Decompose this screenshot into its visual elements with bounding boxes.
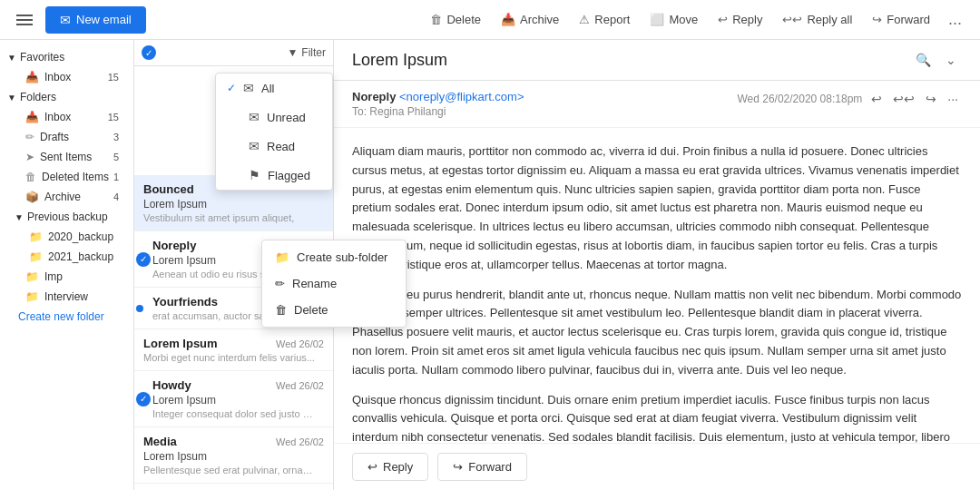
sidebar-imp-label: Imp — [44, 270, 119, 283]
email-item-3[interactable]: Lorem Ipsum Wed 26/02 Morbi eget nunc in… — [134, 329, 333, 371]
reply-icon: ↩ — [718, 13, 728, 26]
context-delete-label: Delete — [294, 303, 328, 317]
sidebar-item-inbox[interactable]: 📥 Inbox 15 — [0, 107, 126, 127]
email-more-icon-btn[interactable]: ··· — [944, 90, 962, 108]
reply-footer-icon: ↩ — [368, 460, 377, 474]
search-email-button[interactable]: 🔍 — [910, 49, 936, 71]
filter-button[interactable]: ▼ Filter — [287, 46, 326, 59]
email-date-4: Wed 26/02 — [276, 380, 324, 391]
favorites-section[interactable]: ▼ Favorites — [0, 47, 133, 67]
sidebar-item-interview[interactable]: 📁 Interview — [0, 287, 126, 307]
sidebar-item-deleted[interactable]: 🗑 Deleted Items 1 — [0, 167, 126, 187]
move-button[interactable]: ⬜ Move — [641, 7, 707, 32]
email-item-check-4: ✓ — [136, 392, 151, 407]
context-menu-delete[interactable]: 🗑 Delete — [262, 297, 406, 323]
email-forward-icon-btn[interactable]: ↪ — [922, 90, 940, 108]
rename-label: Rename — [292, 277, 337, 290]
deleted-icon: 🗑 — [25, 171, 36, 183]
more-actions-button[interactable]: ... — [941, 6, 969, 33]
email-meta-right: Wed 26/02/2020 08:18pm ↩ ↩↩ ↪ ··· — [737, 90, 962, 108]
archive-folder-icon: 📦 — [25, 191, 39, 203]
rename-icon: ✏ — [275, 277, 285, 290]
email-meta-icons: ↩ ↩↩ ↪ ··· — [867, 90, 962, 108]
drafts-icon: ✏ — [25, 131, 34, 143]
report-button[interactable]: ⚠ Report — [570, 7, 639, 32]
filter-all-label: All — [261, 82, 274, 95]
sidebar-item-label: Inbox — [44, 71, 108, 83]
email-body: Aliquam diam mauris, porttitor non commo… — [334, 128, 980, 443]
email-sender-4: Howdy — [152, 378, 191, 392]
favorites-chevron: ▼ — [7, 53, 16, 63]
prev-backup-label: Previous backup — [27, 211, 108, 223]
toolbar-left: ✉ New email — [11, 6, 146, 34]
email-view-header: Lorem Ipsum 🔍 ⌄ — [334, 40, 980, 81]
hamburger-line-1 — [16, 15, 33, 16]
main-content: ▼ Favorites 📥 Inbox 15 ▼ Folders 📥 Inbox… — [0, 40, 980, 490]
folder-2021-icon: 📁 — [29, 250, 43, 263]
email-list-header: ✓ ▼ Filter — [134, 40, 333, 66]
filter-option-flagged[interactable]: ⚑ Flagged — [216, 161, 332, 190]
folder-inbox-icon: 📥 — [25, 111, 39, 123]
forward-footer-label: Forward — [468, 460, 512, 474]
sidebar-item-sent[interactable]: ➤ Sent Items 5 — [0, 147, 126, 167]
email-item-check-1: ✓ — [136, 252, 151, 267]
sidebar-interview-label: Interview — [44, 290, 119, 303]
sidebar-item-2021-backup[interactable]: 📁 2021_backup — [0, 247, 126, 267]
context-delete-icon: 🗑 — [275, 303, 287, 317]
toolbar: ✉ New email 🗑 Delete 📥 Archive ⚠ Report … — [0, 0, 980, 40]
filter-read-icon: ✉ — [249, 139, 260, 153]
sidebar-sent-count: 5 — [113, 152, 119, 162]
archive-button[interactable]: 📥 Archive — [492, 7, 568, 32]
email-reply-icon-btn[interactable]: ↩ — [867, 90, 886, 108]
email-item-5[interactable]: Media Wed 26/02 Lorem Ipsum Pellentesque… — [134, 427, 333, 484]
sidebar-archive-count: 4 — [113, 191, 119, 202]
delete-button[interactable]: 🗑 Delete — [421, 7, 490, 32]
email-sender-1: Noreply — [152, 239, 196, 252]
context-menu: 📁 Create sub-folder ✏ Rename 🗑 Delete — [261, 240, 407, 328]
sidebar-item-2020-backup[interactable]: 📁 2020_backup — [0, 227, 126, 247]
email-meta: Noreply <noreply@flipkart.com> To: Regin… — [334, 81, 980, 128]
folders-label: Folders — [20, 91, 56, 103]
forward-footer-button[interactable]: ↪ Forward — [437, 453, 527, 481]
sidebar-item-archive[interactable]: 📦 Archive 4 — [0, 187, 126, 207]
sidebar-drafts-label: Drafts — [40, 131, 113, 143]
forward-footer-icon: ↪ — [453, 460, 463, 474]
reply-all-button[interactable]: ↩↩ Reply all — [773, 7, 861, 32]
email-sender-0: Bounced — [143, 182, 194, 196]
folders-section[interactable]: ▼ Folders — [0, 87, 133, 107]
filter-unread-label: Unread — [267, 111, 306, 124]
email-item-6[interactable]: Press Wed 26/02 Lorem Ipsum Phasellus sa… — [134, 484, 333, 490]
email-preview-0: Vestibulum sit amet ipsum aliquet, — [143, 212, 316, 223]
filter-read-label: Read — [267, 140, 295, 153]
filter-option-unread[interactable]: ✉ Unread — [216, 103, 332, 132]
email-to-name: Regina Philangi — [369, 105, 446, 118]
email-item-4[interactable]: ✓ Howdy Wed 26/02 Lorem Ipsum Integer co… — [134, 371, 333, 427]
forward-icon: ↪ — [872, 13, 882, 26]
email-item-header-5: Media Wed 26/02 — [143, 435, 324, 448]
context-menu-create-subfolder[interactable]: 📁 Create sub-folder — [262, 244, 406, 270]
sidebar-item-imp[interactable]: 📁 Imp — [0, 267, 126, 287]
email-body-p3: Quisque rhoncus dignissim tincidunt. Dui… — [352, 391, 962, 443]
email-date: Wed 26/02/2020 08:18pm — [737, 93, 862, 105]
forward-button[interactable]: ↪ Forward — [863, 7, 939, 32]
reply-button[interactable]: ↩ Reply — [709, 7, 771, 32]
new-email-label: New email — [76, 13, 132, 26]
sent-icon: ➤ — [25, 151, 34, 163]
select-all-checkbox[interactable]: ✓ — [142, 45, 156, 60]
filter-option-all[interactable]: ✓ ✉ All — [216, 74, 332, 103]
filter-unread-icon: ✉ — [249, 110, 260, 124]
sidebar-item-drafts[interactable]: ✏ Drafts 3 — [0, 127, 126, 147]
reply-footer-button[interactable]: ↩ Reply — [352, 453, 428, 481]
email-reply-all-icon-btn[interactable]: ↩↩ — [889, 90, 918, 108]
hamburger-line-3 — [16, 24, 33, 25]
new-email-button[interactable]: ✉ New email — [45, 6, 146, 34]
filter-option-read[interactable]: ✉ Read — [216, 132, 332, 161]
email-preview-5: Pellentesque sed erat pulvinar, ornare e… — [143, 465, 316, 475]
previous-backup-section[interactable]: ▼ Previous backup — [0, 207, 133, 227]
context-menu-rename[interactable]: ✏ Rename — [262, 270, 406, 297]
expand-button[interactable]: ⌄ — [940, 49, 962, 71]
hamburger-button[interactable] — [11, 9, 38, 31]
create-folder-link[interactable]: Create new folder — [0, 307, 133, 327]
sidebar-item-favorites-inbox[interactable]: 📥 Inbox 15 — [0, 67, 126, 87]
email-body-p1: Aliquam diam mauris, porttitor non commo… — [352, 142, 962, 275]
